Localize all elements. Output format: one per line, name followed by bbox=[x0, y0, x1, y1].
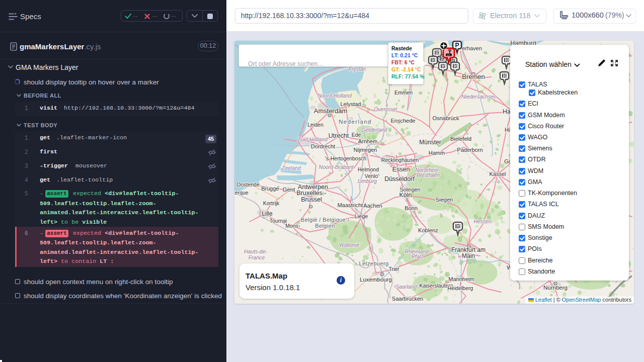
svg-text:Dordrecht: Dordrecht bbox=[311, 143, 335, 149]
svg-text:erhaven: erhaven bbox=[462, 45, 482, 51]
svg-text:Düsseldorf: Düsseldorf bbox=[384, 175, 415, 183]
svg-text:Recklinghausen: Recklinghausen bbox=[381, 157, 419, 163]
svg-text:Paderborn: Paderborn bbox=[457, 147, 482, 153]
svg-text:Essen: Essen bbox=[392, 166, 410, 173]
svg-text:Köln: Köln bbox=[399, 192, 412, 199]
svg-text:Bremen: Bremen bbox=[462, 73, 485, 80]
svg-text:Limburg: Limburg bbox=[358, 178, 377, 184]
svg-text:Enschede: Enschede bbox=[391, 118, 416, 124]
svg-text:Kassel: Kassel bbox=[489, 171, 506, 177]
svg-text:Noord-Holland: Noord-Holland bbox=[317, 93, 352, 99]
svg-text:Nürnberg: Nürnberg bbox=[543, 285, 568, 291]
svg-text:België / Belgique /: België / Belgique / bbox=[301, 217, 350, 223]
svg-text:Saarbrücken: Saarbrücken bbox=[392, 296, 423, 302]
svg-text:Hamm: Hamm bbox=[429, 150, 445, 156]
svg-text:Osnabrück: Osnabrück bbox=[432, 115, 459, 121]
svg-text:Lelystad: Lelystad bbox=[341, 101, 361, 107]
svg-text:Pfalz: Pfalz bbox=[412, 253, 424, 259]
svg-text:'s-Hertogenbosch: 's-Hertogenbosch bbox=[325, 155, 366, 161]
svg-text:Koblenz: Koblenz bbox=[418, 227, 438, 233]
svg-text:Heidelberg: Heidelberg bbox=[448, 285, 473, 291]
svg-text:Arnhem: Arnhem bbox=[358, 138, 378, 144]
svg-text:Aachen: Aachen bbox=[363, 203, 382, 209]
svg-text:Lille: Lille bbox=[262, 210, 273, 217]
svg-text:Gent: Gent bbox=[283, 187, 296, 193]
svg-text:Main: Main bbox=[462, 252, 475, 259]
svg-text:Maastricht: Maastricht bbox=[338, 202, 363, 208]
svg-text:Ede: Ede bbox=[352, 132, 361, 138]
svg-text:Niedersachsen: Niedersachsen bbox=[461, 94, 497, 100]
svg-text:Bruxelles -: Bruxelles - bbox=[296, 190, 326, 197]
svg-text:Tournai: Tournai bbox=[270, 218, 287, 224]
svg-text:Kortrijk: Kortrijk bbox=[263, 200, 280, 206]
svg-text:Siegen: Siegen bbox=[436, 197, 453, 203]
svg-text:Dunkerque: Dunkerque bbox=[234, 190, 249, 196]
svg-text:Belgien: Belgien bbox=[315, 223, 335, 229]
svg-text:Helmond: Helmond bbox=[358, 166, 379, 172]
svg-text:Münster: Münster bbox=[419, 139, 441, 146]
svg-text:Nederland: Nederland bbox=[339, 119, 372, 125]
svg-text:Zeeland: Zeeland bbox=[281, 165, 301, 171]
svg-text:Noord-Brabant: Noord-Brabant bbox=[319, 164, 354, 170]
svg-text:Hessen: Hessen bbox=[473, 218, 492, 224]
svg-text:Leiden: Leiden bbox=[307, 122, 324, 128]
svg-text:Mannheim: Mannheim bbox=[448, 276, 474, 282]
svg-text:Luxembourg: Luxembourg bbox=[360, 277, 392, 283]
svg-text:Bielefeld: Bielefeld bbox=[450, 136, 471, 142]
svg-text:Wallonie: Wallonie bbox=[339, 242, 359, 248]
svg-text:Saarland: Saarland bbox=[395, 284, 417, 290]
svg-text:Zuid-Holland: Zuid-Holland bbox=[297, 136, 328, 142]
svg-text:Amsterdam: Amsterdam bbox=[314, 107, 347, 115]
svg-text:Oostende: Oostende bbox=[236, 182, 260, 188]
svg-text:Emmen: Emmen bbox=[394, 89, 413, 96]
svg-text:Letzebuerg: Letzebuerg bbox=[359, 260, 388, 266]
svg-text:France: France bbox=[249, 254, 265, 260]
svg-text:Liège: Liège bbox=[355, 213, 368, 219]
svg-text:Brugge: Brugge bbox=[261, 186, 279, 192]
svg-text:Hauts-de-: Hauts-de- bbox=[244, 248, 268, 254]
svg-text:Westfalen: Westfalen bbox=[417, 172, 440, 178]
svg-text:Mons: Mons bbox=[285, 223, 298, 229]
svg-text:Trier: Trier bbox=[388, 266, 399, 272]
svg-text:Brussel: Brussel bbox=[301, 196, 322, 203]
svg-text:Bonn: Bonn bbox=[405, 205, 418, 211]
svg-text:Utrecht: Utrecht bbox=[329, 132, 349, 139]
svg-text:Nijmegen: Nijmegen bbox=[354, 147, 377, 153]
svg-text:Gelderland: Gelderland bbox=[361, 127, 388, 133]
svg-text:Overijssel: Overijssel bbox=[374, 106, 397, 112]
